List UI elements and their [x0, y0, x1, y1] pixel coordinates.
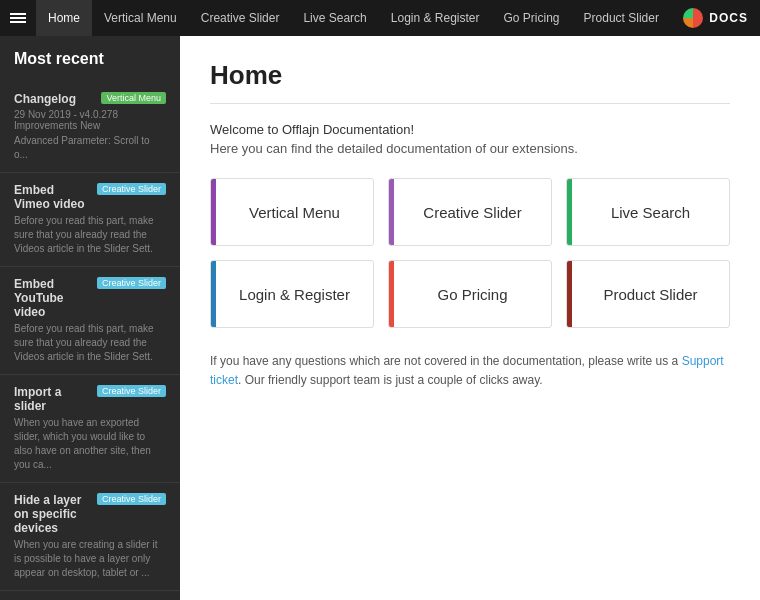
sidebar-item-badge: Creative Slider: [97, 277, 166, 289]
card-body: Live Search: [572, 179, 729, 245]
hamburger-button[interactable]: [0, 0, 36, 36]
footer-note: If you have any questions which are not …: [210, 352, 730, 390]
hamburger-icon: [10, 11, 26, 25]
sidebar-item-badge: Creative Slider: [97, 183, 166, 195]
nav-item-live-search[interactable]: Live Search: [291, 0, 378, 36]
card-creative-slider[interactable]: Creative Slider: [388, 178, 552, 246]
nav-item-product-slider[interactable]: Product Slider: [572, 0, 671, 36]
nav-item-login-and-register[interactable]: Login & Register: [379, 0, 492, 36]
sidebar-item-title: Embed YouTube video: [14, 277, 93, 319]
card-label: Live Search: [611, 204, 690, 221]
main-content: Home Welcome to Offlajn Documentation! H…: [180, 36, 760, 600]
card-body: Go Pricing: [394, 261, 551, 327]
card-body: Vertical Menu: [216, 179, 373, 245]
sidebar-item-desc: Advanced Parameter: Scroll to o...: [14, 134, 166, 162]
card-label: Creative Slider: [423, 204, 521, 221]
card-label: Product Slider: [603, 286, 697, 303]
card-go-pricing[interactable]: Go Pricing: [388, 260, 552, 328]
card-label: Go Pricing: [437, 286, 507, 303]
footer-note-suffix: . Our friendly support team is just a co…: [238, 373, 543, 387]
sidebar: Most recent ChangelogVertical Menu29 Nov…: [0, 36, 180, 600]
nav-items: HomeVertical MenuCreative SliderLive Sea…: [36, 0, 671, 36]
sidebar-item-date: 29 Nov 2019 - v4.0.278 Improvements New: [14, 109, 166, 131]
page-title: Home: [210, 60, 730, 104]
sidebar-title: Most recent: [0, 50, 180, 82]
card-body: Product Slider: [572, 261, 729, 327]
sidebar-item-desc: When you are creating a slider it is pos…: [14, 538, 166, 580]
nav-item-creative-slider[interactable]: Creative Slider: [189, 0, 292, 36]
cards-grid: Vertical MenuCreative SliderLive SearchL…: [210, 178, 730, 328]
sidebar-item[interactable]: Hide a layer on specific devicesCreative…: [0, 483, 180, 591]
docs-label: DOCS: [709, 11, 748, 25]
sidebar-item-desc: When you have an exported slider, which …: [14, 416, 166, 472]
sidebar-item[interactable]: Embed YouTube videoCreative SliderBefore…: [0, 267, 180, 375]
sidebar-item[interactable]: Embed Vimeo videoCreative SliderBefore y…: [0, 173, 180, 267]
card-login-and-register[interactable]: Login & Register: [210, 260, 374, 328]
card-body: Login & Register: [216, 261, 373, 327]
subtitle-text: Here you can find the detailed documenta…: [210, 141, 730, 156]
sidebar-item-desc: Before you read this part, make sure tha…: [14, 214, 166, 256]
sidebar-item-badge: Vertical Menu: [101, 92, 166, 104]
sidebar-item-badge: Creative Slider: [97, 493, 166, 505]
card-vertical-menu[interactable]: Vertical Menu: [210, 178, 374, 246]
sidebar-item-title: Import a slider: [14, 385, 93, 413]
card-body: Creative Slider: [394, 179, 551, 245]
sidebar-item-title: Embed Vimeo video: [14, 183, 93, 211]
nav-item-go-pricing[interactable]: Go Pricing: [492, 0, 572, 36]
card-label: Vertical Menu: [249, 204, 340, 221]
top-nav: HomeVertical MenuCreative SliderLive Sea…: [0, 0, 760, 36]
sidebar-item-badge: Creative Slider: [97, 385, 166, 397]
nav-item-home[interactable]: Home: [36, 0, 92, 36]
logo-icon: [683, 8, 703, 28]
layout: Most recent ChangelogVertical Menu29 Nov…: [0, 36, 760, 600]
sidebar-item-desc: Before you read this part, make sure tha…: [14, 322, 166, 364]
docs-logo[interactable]: DOCS: [671, 8, 760, 28]
card-product-slider[interactable]: Product Slider: [566, 260, 730, 328]
sidebar-item[interactable]: Import a sliderCreative SliderWhen you h…: [0, 375, 180, 483]
card-label: Login & Register: [239, 286, 350, 303]
sidebar-item-title: Changelog: [14, 92, 76, 106]
welcome-text: Welcome to Offlajn Documentation!: [210, 122, 730, 137]
footer-note-prefix: If you have any questions which are not …: [210, 354, 682, 368]
card-live-search[interactable]: Live Search: [566, 178, 730, 246]
sidebar-item[interactable]: ChangelogVertical Menu29 Nov 2019 - v4.0…: [0, 82, 180, 173]
sidebar-items-list: ChangelogVertical Menu29 Nov 2019 - v4.0…: [0, 82, 180, 591]
nav-item-vertical-menu[interactable]: Vertical Menu: [92, 0, 189, 36]
sidebar-item-title: Hide a layer on specific devices: [14, 493, 93, 535]
